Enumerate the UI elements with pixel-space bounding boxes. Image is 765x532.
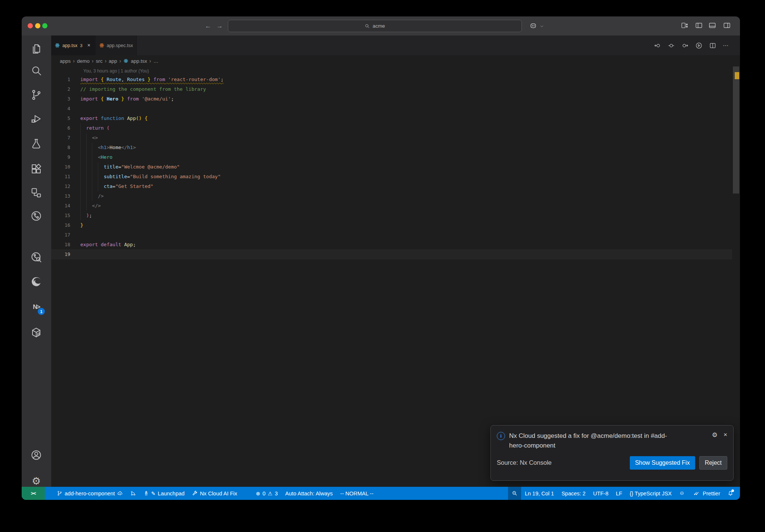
notification-close-icon[interactable]: ×	[724, 431, 727, 439]
token: from	[154, 77, 165, 82]
code-line-10[interactable]: 10 title="Welcmoe @acme/demo"	[51, 162, 732, 172]
code-line-7[interactable]: 7 <>	[51, 133, 732, 143]
code-line-4[interactable]: 4	[51, 104, 732, 114]
more-actions-icon[interactable]: ⋯	[723, 42, 730, 49]
auto-attach-status[interactable]: Auto Attach: Always	[282, 487, 337, 500]
eol-status[interactable]: LF	[612, 487, 626, 500]
code-line-9[interactable]: 9 <Hero	[51, 152, 732, 162]
nx-cloud-ai-fix-status[interactable]: Nx Cloud AI Fix	[188, 487, 241, 500]
components-icon[interactable]	[30, 187, 42, 199]
token: <	[98, 154, 101, 160]
problems-status[interactable]: ⊗0⚠3	[252, 487, 281, 500]
split-editor-icon[interactable]	[709, 42, 716, 49]
tab-close-icon[interactable]: ×	[86, 42, 92, 49]
code-line-13[interactable]: 13 />	[51, 191, 732, 201]
code-line-18[interactable]: 18export default App;	[51, 240, 732, 250]
git-graph-status[interactable]	[127, 487, 140, 500]
testing-icon-glyph	[30, 138, 42, 150]
nx-console-icon[interactable]: N>1	[30, 301, 42, 313]
run-icon[interactable]	[695, 42, 703, 49]
minimize-window-button[interactable]	[35, 23, 40, 28]
code-text: <h1>Home</h1>	[80, 143, 136, 152]
nav-back-icon[interactable]	[654, 42, 661, 49]
token: ,	[121, 77, 127, 82]
run-debug-icon[interactable]	[30, 113, 42, 125]
cursor-position-status[interactable]: Ln 19, Col 1	[521, 487, 558, 500]
breadcrumb-item[interactable]: …	[153, 58, 158, 64]
zoom-indicator-status[interactable]	[508, 487, 521, 500]
customize-layout-icon[interactable]	[681, 21, 689, 30]
tab-app-tsx[interactable]: app.tsx3×	[51, 35, 96, 55]
code-line-8[interactable]: 8 <h1>Home</h1>	[51, 143, 732, 152]
tab-app-spec-tsx[interactable]: app.spec.tsx	[96, 35, 137, 55]
toggle-secondary-sidebar-icon[interactable]	[723, 21, 731, 30]
nav-circle-icon[interactable]	[668, 42, 675, 49]
notification-settings-icon[interactable]: ⚙	[712, 431, 718, 439]
containers-icon[interactable]	[30, 327, 42, 338]
extensions-icon[interactable]	[30, 163, 42, 175]
show-suggested-fix-button[interactable]: Show Suggested Fix	[630, 456, 695, 470]
editor-scrollbar[interactable]	[733, 66, 739, 194]
token: from	[127, 96, 139, 102]
code-line-11[interactable]: 11 subtitle="Build something amazing tod…	[51, 172, 732, 182]
indentation-status[interactable]: Spaces: 2	[558, 487, 589, 500]
launchpad-status[interactable]: ✎Launchpad	[140, 487, 189, 500]
editor[interactable]: apps›demo›src›app›app.tsx›… You, 3 hours…	[51, 55, 740, 487]
copilot-icon[interactable]	[529, 22, 538, 30]
history-forward-button[interactable]: →	[215, 16, 224, 35]
close-window-button[interactable]	[28, 23, 33, 28]
toggle-primary-sidebar-icon[interactable]	[695, 21, 703, 30]
breadcrumb-item[interactable]: src	[96, 58, 102, 64]
code-line-5[interactable]: 5export function App() {	[51, 114, 732, 123]
code-text: }	[80, 220, 83, 230]
prettier-status[interactable]: ✓✓Prettier	[688, 487, 724, 500]
notification-message: Nx Cloud suggested a fix for @acme/demo:…	[509, 431, 677, 451]
copilot-status[interactable]	[675, 487, 688, 500]
gitlens-icon[interactable]	[30, 210, 42, 222]
code-line-17[interactable]: 17	[51, 230, 732, 240]
line-number: 7	[51, 133, 70, 143]
commit-graph-icon[interactable]	[30, 251, 42, 263]
testing-icon[interactable]	[30, 138, 42, 150]
code-line-6[interactable]: 6 return (	[51, 123, 732, 133]
token: (	[106, 125, 109, 131]
settings-gear-icon[interactable]: ⚙	[30, 475, 42, 487]
zoom-window-button[interactable]	[42, 23, 47, 28]
search-icon[interactable]	[30, 65, 42, 77]
command-center-search[interactable]: acme	[228, 20, 522, 32]
encoding-status[interactable]: UTF-8	[589, 487, 612, 500]
source-control-icon-glyph	[30, 89, 42, 101]
toggle-panel-icon[interactable]	[708, 21, 716, 30]
edge-browser-icon[interactable]	[30, 276, 42, 288]
nav-forward-icon[interactable]	[681, 42, 689, 49]
code-text: return (	[80, 123, 109, 133]
line-number: 13	[51, 191, 70, 201]
code-area[interactable]: 1import { Route, Routes } from 'react-ro…	[51, 75, 732, 259]
history-back-button[interactable]: ←	[204, 16, 213, 35]
gitlens-icon-glyph	[30, 210, 42, 222]
code-line-12[interactable]: 12 cta="Get Started"	[51, 182, 732, 191]
code-line-16[interactable]: 16}	[51, 220, 732, 230]
explorer-icon[interactable]	[30, 43, 42, 55]
breadcrumb-item[interactable]: apps	[60, 58, 71, 64]
code-line-14[interactable]: 14 </>	[51, 201, 732, 211]
token	[80, 164, 104, 170]
code-line-15[interactable]: 15 );	[51, 211, 732, 220]
breadcrumb-item[interactable]: app.tsx	[131, 58, 147, 64]
vim-mode-status[interactable]: -- NORMAL --	[337, 487, 377, 500]
account-icon[interactable]	[30, 449, 42, 461]
code-line-1[interactable]: 1import { Route, Routes } from 'react-ro…	[51, 75, 732, 84]
token	[80, 203, 92, 208]
breadcrumb-item[interactable]: demo	[77, 58, 90, 64]
chevron-down-icon[interactable]	[540, 24, 544, 28]
breadcrumb-item[interactable]: app	[109, 58, 117, 64]
code-line-19[interactable]: 19	[51, 250, 732, 259]
source-control-icon[interactable]	[30, 89, 42, 101]
code-line-3[interactable]: 3import { Hero } from '@acme/ui';	[51, 94, 732, 104]
language-status[interactable]: {} TypeScript JSX	[626, 487, 676, 500]
reject-button[interactable]: Reject	[699, 456, 727, 470]
git-branch-status[interactable]: add-hero-component	[53, 487, 127, 500]
remote-indicator[interactable]: ><	[22, 487, 45, 500]
notifications-bell[interactable]	[724, 487, 737, 500]
code-line-2[interactable]: 2// importing the component from the lib…	[51, 84, 732, 94]
